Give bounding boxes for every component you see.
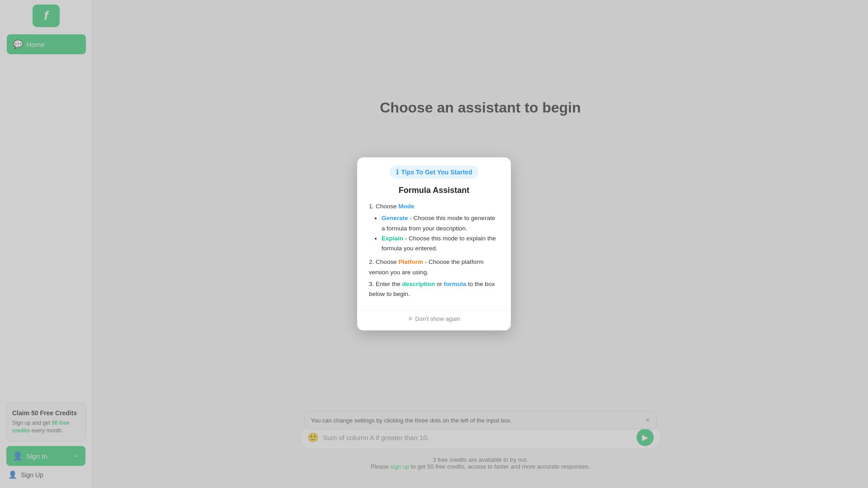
modal-header: ℹ Tips To Get You Started	[357, 157, 511, 183]
modal-body: Formula Assistant 1. Choose Mode Generat…	[357, 183, 511, 310]
explain-item: Explain - Choose this mode to explain th…	[382, 234, 499, 254]
mode-list: Generate - Choose this mode to generate …	[369, 214, 499, 254]
tips-modal: ℹ Tips To Get You Started Formula Assist…	[357, 157, 511, 330]
generate-link[interactable]: Generate	[382, 215, 408, 222]
explain-link[interactable]: Explain	[382, 235, 403, 242]
dont-show-x-icon: ✕	[408, 315, 413, 323]
tips-badge-text: Tips To Get You Started	[401, 169, 472, 176]
platform-link[interactable]: Platform	[398, 259, 423, 266]
step1-text: 1. Choose	[369, 203, 398, 210]
step-1: 1. Choose Mode	[369, 202, 499, 211]
modal-footer: ✕ Don't show again	[357, 310, 511, 331]
modal-title: Formula Assistant	[369, 186, 499, 195]
description-link[interactable]: description	[402, 281, 435, 287]
step2-before: 2. Choose	[369, 259, 398, 266]
modal-content: 1. Choose Mode Generate - Choose this mo…	[369, 202, 499, 299]
dont-show-button[interactable]: ✕ Don't show again	[408, 315, 460, 323]
step-3: 3. Enter the description or formula to t…	[369, 279, 499, 300]
step-2: 2. Choose Platform - Choose the platform…	[369, 258, 499, 278]
step3-mid: or	[435, 281, 444, 287]
tips-badge: ℹ Tips To Get You Started	[390, 165, 479, 178]
generate-item: Generate - Choose this mode to generate …	[382, 214, 499, 234]
info-icon: ℹ	[396, 168, 399, 176]
dont-show-label: Don't show again	[415, 315, 460, 322]
mode-link[interactable]: Mode	[398, 203, 414, 210]
step3-before: 3. Enter the	[369, 281, 402, 287]
formula-link[interactable]: formula	[444, 281, 467, 287]
